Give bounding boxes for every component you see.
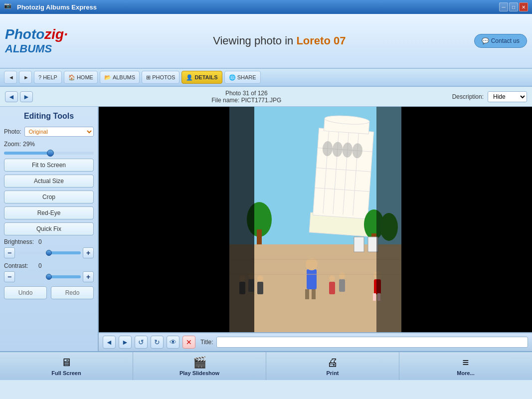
fit-to-screen-button[interactable]: Fit to Screen xyxy=(4,159,94,172)
slideshow-label: Play Slideshow xyxy=(179,370,219,376)
quick-fix-button[interactable]: Quick Fix xyxy=(4,222,94,235)
close-button[interactable]: ✕ xyxy=(519,2,528,11)
minimize-button[interactable]: ─ xyxy=(499,2,508,11)
brightness-minus-button[interactable]: − xyxy=(4,247,15,258)
zoom-thumb[interactable] xyxy=(47,150,54,157)
header-title: Viewing photo in Loreto 07 xyxy=(85,34,474,47)
nav-share[interactable]: 🌐 SHARE xyxy=(224,71,261,84)
contrast-label: Contrast: xyxy=(4,262,36,269)
brightness-row: Brightness: 0 xyxy=(4,238,94,245)
details-icon: 👤 xyxy=(186,74,193,81)
description-select[interactable]: Hide Show xyxy=(488,91,527,102)
logo-albums: ALBUMS xyxy=(5,42,85,55)
full-screen-label: Full Screen xyxy=(51,370,81,376)
photo-next-button[interactable]: ► xyxy=(20,91,33,102)
zoom-value: 29% xyxy=(23,141,35,148)
help-button[interactable]: ? HELP xyxy=(34,71,62,84)
brightness-thumb[interactable] xyxy=(46,250,52,256)
play-slideshow-action[interactable]: 🎬 Play Slideshow xyxy=(133,352,266,380)
album-name: Loreto 07 xyxy=(296,34,346,47)
svg-rect-45 xyxy=(376,107,401,332)
more-icon: ≡ xyxy=(463,356,469,369)
maximize-button[interactable]: □ xyxy=(509,2,518,11)
zoom-label: Zoom: xyxy=(4,141,21,148)
window-title: Photozig Albums Express xyxy=(17,3,499,11)
more-action[interactable]: ≡ More... xyxy=(399,352,532,380)
svg-rect-44 xyxy=(229,107,254,332)
svg-rect-42 xyxy=(354,237,364,252)
photo-prev-button[interactable]: ◄ xyxy=(5,91,18,102)
photo-area: ◄ ► ↺ ↻ 👁 ✕ Title: xyxy=(99,107,532,351)
svg-rect-38 xyxy=(373,293,376,301)
photos-icon: ⊞ xyxy=(146,74,151,81)
nav-photos[interactable]: ⊞ PHOTOS xyxy=(142,71,179,84)
title-input[interactable] xyxy=(216,337,528,348)
window-controls: ─ □ ✕ xyxy=(499,2,528,11)
toolbar-redo-button[interactable]: ↻ xyxy=(151,336,164,349)
svg-point-23 xyxy=(306,258,318,270)
share-icon: 🌐 xyxy=(229,74,236,81)
toolbar-view-button[interactable]: 👁 xyxy=(167,336,179,349)
albums-icon: 📂 xyxy=(104,74,111,81)
viewing-text: Viewing photo in xyxy=(213,34,296,47)
svg-point-31 xyxy=(257,275,263,281)
undo-button[interactable]: Undo xyxy=(4,286,47,299)
albums-label: ALBUMS xyxy=(113,74,135,80)
title-label: Title: xyxy=(200,339,213,346)
full-screen-action[interactable]: 🖥 Full Screen xyxy=(0,352,133,380)
contrast-thumb[interactable] xyxy=(46,274,52,280)
svg-rect-30 xyxy=(257,282,263,294)
forward-button[interactable]: ► xyxy=(19,71,32,84)
photo-select-row: Photo: Original Edited xyxy=(4,127,94,137)
photo-meta: Photo 31 of 126 File name: PICT1771.JPG xyxy=(41,90,452,104)
photo-image xyxy=(229,107,401,332)
toolbar-undo-button[interactable]: ↺ xyxy=(135,336,148,349)
svg-rect-18 xyxy=(257,229,262,244)
nav-albums[interactable]: 📂 ALBUMS xyxy=(100,71,140,84)
contrast-slider[interactable] xyxy=(17,275,81,278)
contrast-plus-button[interactable]: + xyxy=(83,271,94,282)
nav-details[interactable]: 👤 DETAILS xyxy=(181,71,222,84)
brightness-plus-button[interactable]: + xyxy=(83,247,94,258)
photo-viewer xyxy=(99,107,532,332)
photo-version-select[interactable]: Original Edited xyxy=(24,127,94,137)
red-eye-button[interactable]: Red-Eye xyxy=(4,206,94,219)
zoom-row: Zoom: 29% xyxy=(4,141,94,148)
svg-rect-24 xyxy=(305,289,309,299)
logo-text: Photozig· xyxy=(5,26,85,42)
help-icon: ? xyxy=(38,74,41,80)
action-bar: 🖥 Full Screen 🎬 Play Slideshow 🖨 Print ≡… xyxy=(0,351,532,380)
svg-rect-25 xyxy=(312,289,316,299)
back-button[interactable]: ◄ xyxy=(4,71,17,84)
help-label: HELP xyxy=(43,74,57,80)
contrast-minus-button[interactable]: − xyxy=(4,271,15,282)
home-icon: 🏠 xyxy=(68,74,75,81)
title-bar: 📷 Photozig Albums Express ─ □ ✕ xyxy=(0,0,532,14)
app-icon: 📷 xyxy=(4,2,14,12)
sidebar-title: Editing Tools xyxy=(4,112,94,121)
toolbar-close-button[interactable]: ✕ xyxy=(182,336,195,349)
photo-label: Photo: xyxy=(4,128,21,135)
file-name: File name: PICT1771.JPG xyxy=(41,97,452,104)
actual-size-button[interactable]: Actual Size xyxy=(4,175,94,188)
print-icon: 🖨 xyxy=(327,356,338,369)
print-action[interactable]: 🖨 Print xyxy=(266,352,399,380)
contrast-value: 0 xyxy=(38,262,46,269)
zoom-slider-container[interactable] xyxy=(4,152,94,155)
toolbar-next-button[interactable]: ► xyxy=(119,336,132,349)
redo-button[interactable]: Redo xyxy=(51,286,94,299)
contact-label: Contact us xyxy=(491,37,520,44)
print-label: Print xyxy=(326,370,339,376)
brightness-slider[interactable] xyxy=(17,251,81,254)
crop-button[interactable]: Crop xyxy=(4,191,94,203)
slideshow-icon: 🎬 xyxy=(193,356,206,369)
svg-rect-22 xyxy=(307,269,317,289)
home-label: HOME xyxy=(77,74,93,80)
svg-point-33 xyxy=(329,275,335,281)
contrast-row: Contrast: 0 xyxy=(4,262,94,269)
nav-home[interactable]: 🏠 HOME xyxy=(64,71,98,84)
toolbar-prev-button[interactable]: ◄ xyxy=(103,336,116,349)
contact-icon: 💬 xyxy=(482,37,489,44)
contact-button[interactable]: 💬 Contact us xyxy=(474,34,527,48)
zoom-slider[interactable] xyxy=(4,152,94,155)
